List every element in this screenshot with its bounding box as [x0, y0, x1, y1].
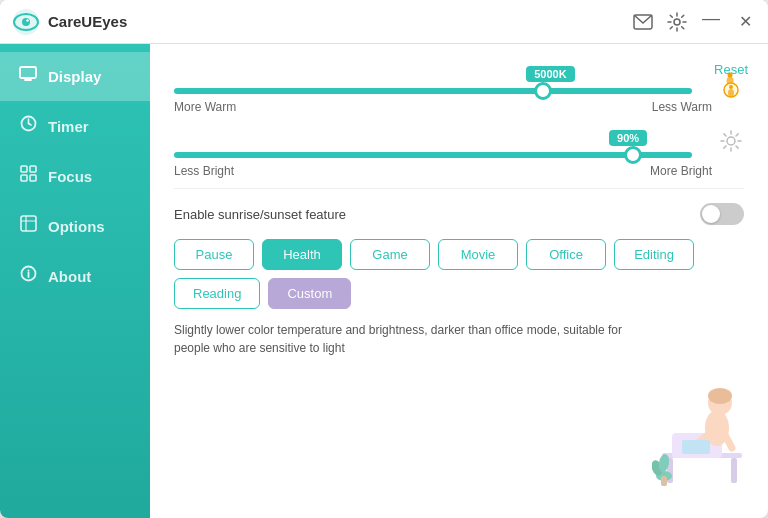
svg-rect-14 [21, 175, 27, 181]
app-logo [12, 8, 40, 36]
mode-movie[interactable]: Movie [438, 239, 518, 270]
about-icon [18, 265, 38, 287]
svg-line-34 [736, 134, 738, 136]
temperature-labels: More Warm Less Warm [174, 100, 744, 114]
email-icon[interactable] [632, 11, 654, 33]
title-bar: CareUEyes — ✕ [0, 0, 768, 44]
temperature-badge: 5000K [526, 66, 574, 82]
svg-rect-49 [661, 476, 667, 486]
reset-icon [721, 80, 741, 103]
less-warm-label: Less Warm [652, 100, 712, 114]
reset-button[interactable]: Reset [714, 62, 748, 103]
svg-rect-38 [731, 458, 737, 483]
close-button[interactable]: ✕ [734, 11, 756, 33]
more-bright-label: More Bright [650, 164, 712, 178]
mode-game[interactable]: Game [350, 239, 430, 270]
sidebar-item-display[interactable]: Display [0, 52, 150, 101]
svg-point-23 [728, 89, 734, 97]
brightness-section: 90% [174, 128, 744, 178]
svg-point-24 [729, 85, 733, 89]
temperature-section: 5000K More Warm Less Warm [174, 64, 744, 114]
svg-rect-16 [21, 216, 36, 231]
svg-rect-45 [682, 440, 710, 454]
app-window: CareUEyes — ✕ [0, 0, 768, 518]
main-layout: Display Timer [0, 44, 768, 518]
mode-editing[interactable]: Editing [614, 239, 694, 270]
svg-point-42 [708, 388, 732, 404]
sidebar-label-about: About [48, 268, 91, 285]
window-controls: — ✕ [632, 11, 756, 33]
svg-rect-12 [21, 166, 27, 172]
mode-pause[interactable]: Pause [174, 239, 254, 270]
sidebar-item-timer[interactable]: Timer [0, 101, 150, 151]
mode-description: Slightly lower color temperature and bri… [174, 321, 654, 357]
illustration [652, 368, 752, 488]
timer-icon [18, 115, 38, 137]
brightness-icon [720, 130, 744, 156]
focus-icon [18, 165, 38, 187]
minimize-button[interactable]: — [700, 11, 722, 33]
sunrise-label: Enable sunrise/sunset feature [174, 207, 346, 222]
sidebar-item-focus[interactable]: Focus [0, 151, 150, 201]
sidebar-label-timer: Timer [48, 118, 89, 135]
brightness-slider[interactable] [174, 152, 692, 158]
brightness-labels: Less Bright More Bright [174, 164, 744, 178]
app-title: CareUEyes [48, 13, 632, 30]
svg-rect-13 [30, 166, 36, 172]
more-warm-label: More Warm [174, 100, 236, 114]
svg-line-44 [724, 433, 732, 448]
sidebar-label-display: Display [48, 68, 101, 85]
reset-label: Reset [714, 62, 748, 77]
mode-buttons-row: Pause Health Game Movie Office Editing R… [174, 239, 744, 309]
settings-icon[interactable] [666, 11, 688, 33]
sidebar-label-focus: Focus [48, 168, 92, 185]
display-icon [18, 66, 38, 87]
sidebar-label-options: Options [48, 218, 105, 235]
svg-rect-15 [30, 175, 36, 181]
svg-line-35 [724, 146, 726, 148]
svg-line-11 [28, 124, 31, 126]
sidebar-item-options[interactable]: Options [0, 201, 150, 251]
brightness-badge: 90% [609, 130, 647, 146]
content-area: Reset 5000K [150, 44, 768, 518]
svg-point-5 [674, 19, 680, 25]
svg-line-33 [736, 146, 738, 148]
temperature-slider[interactable] [174, 88, 692, 94]
options-icon [18, 215, 38, 237]
sidebar-item-about[interactable]: About [0, 251, 150, 301]
sunrise-toggle[interactable] [700, 203, 744, 225]
svg-point-27 [727, 137, 735, 145]
sidebar: Display Timer [0, 44, 150, 518]
svg-point-21 [27, 270, 29, 272]
less-bright-label: Less Bright [174, 164, 234, 178]
svg-point-2 [22, 18, 30, 26]
mode-office[interactable]: Office [526, 239, 606, 270]
svg-point-3 [26, 19, 28, 21]
svg-rect-6 [20, 67, 36, 78]
svg-line-32 [724, 134, 726, 136]
mode-health[interactable]: Health [262, 239, 342, 270]
sunrise-toggle-row: Enable sunrise/sunset feature [174, 188, 744, 239]
mode-reading[interactable]: Reading [174, 278, 260, 309]
mode-custom[interactable]: Custom [268, 278, 351, 309]
